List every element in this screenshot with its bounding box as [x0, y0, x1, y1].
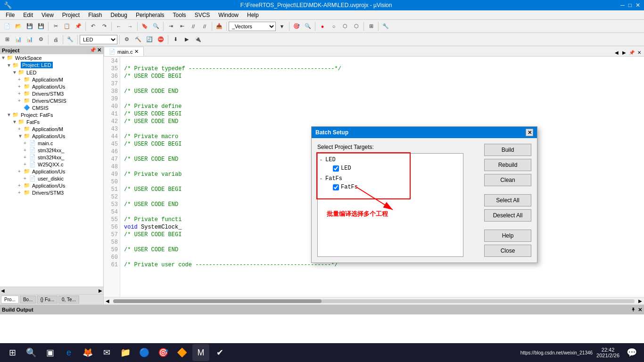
rebuild-button[interactable]: Rebuild	[484, 159, 531, 171]
cmsis1-node[interactable]: + 📁 Drivers/CMSIS	[0, 97, 103, 104]
app3-btn[interactable]: 🔶	[173, 344, 190, 361]
user-diskic-node[interactable]: + 📄 user_diskic	[0, 175, 103, 182]
edge-btn[interactable]: e	[60, 344, 77, 361]
w25qxx-expand[interactable]: +	[24, 162, 29, 167]
user-diskic-expand[interactable]: +	[24, 176, 29, 181]
target-options-btn[interactable]: ⚙	[122, 34, 132, 45]
uncomment-btn[interactable]: //	[199, 21, 210, 32]
stop-build-btn[interactable]: ⛔	[156, 34, 166, 45]
tree-led-root[interactable]: - LED	[320, 156, 461, 164]
start-button[interactable]: ⊞	[4, 344, 21, 361]
app2-btn[interactable]: 🎯	[155, 344, 172, 361]
undo-btn[interactable]: ↶	[88, 21, 98, 32]
maximize-button[interactable]: □	[628, 2, 632, 8]
toolbar2-btn3[interactable]: 📊	[25, 34, 35, 45]
insert-btn[interactable]: 📥	[214, 21, 224, 32]
toolbar2-btn6[interactable]: 🔧	[65, 34, 75, 45]
sidebar-pin[interactable]: 📌	[90, 47, 96, 53]
debug-start-btn[interactable]: ▶	[182, 34, 192, 45]
menu-flash[interactable]: Flash	[84, 11, 106, 19]
app-us2-expand[interactable]: ▼	[18, 133, 24, 139]
firefox-btn[interactable]: 🦊	[79, 344, 96, 361]
target-settings-btn[interactable]: 🎯	[291, 21, 302, 32]
stop-btn[interactable]: ○	[329, 21, 339, 32]
app4-btn[interactable]: M	[192, 344, 209, 361]
app-m3-expand[interactable]: +	[18, 183, 24, 188]
stm32f4xx1-node[interactable]: + 📄 stm32f4xx_	[0, 147, 103, 154]
menu-svcs[interactable]: SVCS	[191, 11, 214, 19]
tools-extra-btn[interactable]: 🔧	[380, 21, 391, 32]
menu-view[interactable]: View	[38, 11, 58, 19]
app5-btn[interactable]: ✔	[211, 344, 228, 361]
redo-btn[interactable]: ↷	[99, 21, 109, 32]
led-child-expand[interactable]: ▼	[12, 70, 18, 75]
download-btn[interactable]: ⬇	[170, 34, 181, 45]
vectors-dropdown[interactable]: ▼	[277, 21, 287, 32]
app-us1-expand[interactable]: +	[18, 84, 24, 89]
drivers1-expand[interactable]: +	[18, 91, 24, 96]
cut-btn[interactable]: ✂	[50, 21, 61, 32]
menu-project[interactable]: Project	[58, 11, 83, 19]
app-m2-node[interactable]: + 📁 Application/M	[0, 125, 103, 132]
drivers2-node[interactable]: + 📁 Drivers/STM3	[0, 189, 103, 196]
dialog-close-button[interactable]: ✕	[526, 129, 533, 136]
app-us3-node[interactable]: + 📁 Application/Us	[0, 168, 103, 175]
project-fatfs-node[interactable]: ▼ 📁 Project: FatFs	[0, 111, 103, 118]
stm32f4xx1-expand[interactable]: +	[24, 148, 29, 153]
minimize-button[interactable]: ─	[620, 2, 625, 8]
fatfs-child-expand[interactable]: ▼	[12, 119, 18, 124]
build-all-btn[interactable]: 🔨	[133, 34, 143, 45]
inspect-btn[interactable]: 🔍	[303, 21, 313, 32]
navigate-back-btn[interactable]: ←	[114, 21, 124, 32]
build-button[interactable]: Build	[484, 144, 531, 156]
help-button[interactable]: Help	[484, 230, 531, 242]
menu-tools[interactable]: Tools	[169, 11, 190, 19]
dbg-extra-btn[interactable]: ⬡	[351, 21, 362, 32]
sidebar-close[interactable]: ✕	[97, 47, 101, 53]
navigate-fwd-btn[interactable]: →	[125, 21, 135, 32]
dialog-close-dialog-button[interactable]: Close	[484, 245, 531, 257]
outdent-btn[interactable]: ⇤	[177, 21, 187, 32]
window-layout-btn[interactable]: ⊞	[366, 21, 376, 32]
toolbar2-btn4[interactable]: ⚙	[36, 34, 46, 45]
mainc-node[interactable]: + 📄 main.c	[0, 140, 103, 147]
copy-btn[interactable]: 📋	[62, 21, 72, 32]
save-btn[interactable]: 💾	[25, 21, 35, 32]
sidebar-tab-te[interactable]: 0, Te...	[58, 296, 79, 304]
batch-project-tree[interactable]: - LED LED	[317, 153, 463, 257]
debug-btn[interactable]: ⬡	[340, 21, 350, 32]
deselect-all-button[interactable]: Deselect All	[484, 209, 531, 222]
build-output-content[interactable]	[0, 314, 644, 344]
sidebar-tab-bo[interactable]: Bo...	[20, 296, 36, 304]
menu-window[interactable]: Window	[215, 11, 242, 19]
w25qxx-node[interactable]: + 📄 W25QXX.c	[0, 161, 103, 168]
workspace-expand[interactable]: ▼	[1, 55, 7, 60]
led-checkbox[interactable]	[333, 165, 339, 172]
build-output-close[interactable]: ✕	[638, 307, 642, 313]
led-tree-expand[interactable]: -	[320, 157, 325, 163]
comment-btn[interactable]: //	[188, 21, 198, 32]
app-m2-expand[interactable]: +	[18, 126, 24, 132]
menu-debug[interactable]: Debug	[107, 11, 131, 19]
cmsis2-node[interactable]: 🔷 CMSIS	[0, 104, 103, 111]
task-view-btn[interactable]: ▣	[41, 344, 58, 361]
app-us1-node[interactable]: + 📁 Application/Us	[0, 83, 103, 90]
run-btn[interactable]: ●	[317, 21, 328, 32]
drivers1-node[interactable]: + 📁 Drivers/STM3	[0, 90, 103, 97]
paste-btn[interactable]: 📌	[73, 21, 83, 32]
rebuild-all-btn[interactable]: 🔄	[144, 34, 155, 45]
tree-led-child[interactable]: LED	[320, 164, 461, 173]
new-file-btn[interactable]: 📄	[2, 21, 12, 32]
stm32f4xx2-expand[interactable]: +	[24, 155, 29, 160]
toolbar2-btn2[interactable]: 📊	[13, 34, 24, 45]
menu-file[interactable]: File	[2, 11, 18, 19]
fatfs-expand[interactable]: ▼	[7, 112, 12, 117]
app-m1-node[interactable]: + 📁 Application/M	[0, 76, 103, 83]
cmsis1-expand[interactable]: +	[18, 98, 24, 103]
debug-connect-btn[interactable]: 🔌	[193, 34, 203, 45]
fatfs-checkbox[interactable]	[333, 184, 339, 190]
app-m1-expand[interactable]: +	[18, 77, 24, 82]
menu-help[interactable]: Help	[243, 11, 263, 19]
drivers2-expand[interactable]: +	[18, 190, 24, 195]
app-us3-expand[interactable]: +	[18, 169, 24, 174]
